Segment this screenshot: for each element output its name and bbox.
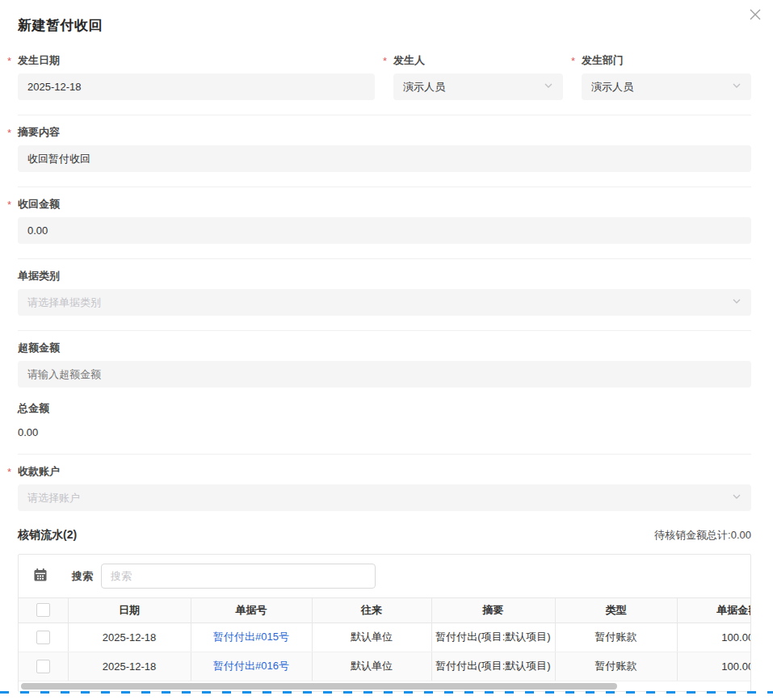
field-occur-person: * 发生人 演示人员: [393, 54, 563, 100]
required-marker: *: [7, 466, 11, 479]
occur-person-label: 发生人: [393, 54, 425, 66]
divider: [18, 330, 751, 331]
occur-person-select[interactable]: 演示人员: [393, 73, 563, 100]
recovery-amount-label: 收回金额: [18, 198, 60, 210]
table-toolbar: 搜索: [19, 555, 750, 597]
receiving-account-placeholder: 请选择账户: [27, 491, 80, 505]
pending-total-text: 待核销金额总计:0.00: [654, 528, 751, 543]
row-checkbox[interactable]: [36, 660, 50, 673]
cell-summary: 暂付付出(项目:默认项目): [431, 622, 555, 652]
field-recovery-amount: * 收回金额: [18, 198, 751, 244]
cell-amount: 100.00: [677, 652, 750, 681]
divider: [18, 115, 751, 115]
calendar-icon[interactable]: [33, 568, 48, 585]
table-header-row: 日期 单据号 往来 摘要 类型 单据金额: [19, 598, 750, 622]
occur-date-input[interactable]: [18, 73, 375, 100]
summary-label: 摘要内容: [18, 126, 60, 138]
chevron-down-icon: [732, 81, 741, 93]
dashed-border-line: [0, 691, 773, 694]
form-row-1: * 发生日期 * 发生人 演示人员 * 发生部门 演示人员: [18, 54, 751, 100]
occur-date-label: 发生日期: [18, 54, 60, 66]
receiving-account-label: 收款账户: [18, 465, 60, 477]
verification-table: 日期 单据号 往来 摘要 类型 单据金额 2025-12-18 暂付付出#015…: [19, 598, 750, 681]
doc-type-label: 单据类别: [18, 270, 60, 282]
field-summary: * 摘要内容: [18, 126, 751, 172]
doc-no-link[interactable]: 暂付付出#015号: [213, 631, 289, 643]
divider: [18, 454, 751, 455]
cell-type: 暂付账款: [555, 652, 677, 681]
col-header-date: 日期: [68, 598, 191, 622]
table-row: 2025-12-18 暂付付出#015号 默认单位 暂付付出(项目:默认项目) …: [19, 622, 750, 652]
cell-date: 2025-12-18: [68, 622, 191, 652]
chevron-down-icon: [544, 81, 553, 93]
horizontal-scrollbar[interactable]: [19, 681, 750, 691]
col-header-doc-no: 单据号: [191, 598, 312, 622]
cell-type: 暂付账款: [555, 622, 677, 652]
col-header-party: 往来: [312, 598, 431, 622]
field-occur-department: * 发生部门 演示人员: [582, 54, 751, 100]
cell-party: 默认单位: [312, 622, 431, 652]
receiving-account-select[interactable]: 请选择账户: [18, 484, 751, 511]
field-receiving-account: * 收款账户 请选择账户: [18, 465, 751, 511]
summary-input[interactable]: [18, 145, 751, 172]
field-occur-date: * 发生日期: [18, 54, 375, 100]
verification-table-card: 搜索 日期 单据号 往来 摘要 类型 单据金额: [18, 554, 751, 692]
table-scroll-area: 日期 单据号 往来 摘要 类型 单据金额 2025-12-18 暂付付出#015…: [19, 597, 750, 681]
total-amount-value: 0.00: [18, 426, 751, 439]
field-total-amount: 总金额 0.00: [18, 402, 751, 439]
spacer: [18, 388, 751, 402]
scrollbar-thumb[interactable]: [21, 683, 617, 690]
required-marker: *: [7, 55, 11, 68]
col-header-amount: 单据金额: [677, 598, 750, 622]
dialog-new-advance-recovery: 新建暂付收回 * 发生日期 * 发生人 演示人员 * 发生部门: [0, 0, 773, 700]
total-amount-label: 总金额: [18, 402, 49, 414]
excess-amount-input[interactable]: [18, 361, 751, 388]
cell-amount: 100.00: [677, 622, 750, 652]
header-checkbox-cell: [19, 598, 68, 622]
recovery-amount-input[interactable]: [18, 217, 751, 244]
row-checkbox[interactable]: [36, 631, 50, 644]
field-doc-type: 单据类别 请选择单据类别: [18, 270, 751, 316]
select-all-checkbox[interactable]: [36, 603, 50, 617]
occur-department-select[interactable]: 演示人员: [582, 73, 751, 100]
occur-department-value: 演示人员: [591, 80, 633, 94]
doc-type-placeholder: 请选择单据类别: [27, 296, 101, 310]
divider: [18, 187, 751, 187]
chevron-down-icon: [732, 296, 741, 308]
required-marker: *: [7, 127, 11, 140]
required-marker: *: [571, 55, 575, 68]
doc-no-link[interactable]: 暂付付出#016号: [213, 660, 289, 672]
dialog-title: 新建暂付收回: [18, 16, 751, 35]
field-excess-amount: 超额金额: [18, 342, 751, 388]
cell-summary: 暂付付出(项目:默认项目): [431, 652, 555, 681]
verification-title: 核销流水(2): [18, 528, 77, 543]
verification-section-header: 核销流水(2) 待核销金额总计:0.00: [18, 528, 751, 543]
chevron-down-icon: [732, 492, 741, 504]
excess-amount-label: 超额金额: [18, 342, 60, 354]
close-icon[interactable]: [746, 6, 764, 23]
col-header-type: 类型: [555, 598, 677, 622]
table-row: 2025-12-18 暂付付出#016号 默认单位 暂付付出(项目:默认项目) …: [19, 652, 750, 681]
doc-type-select[interactable]: 请选择单据类别: [18, 289, 751, 316]
occur-department-label: 发生部门: [582, 54, 624, 66]
search-label: 搜索: [72, 569, 93, 584]
cell-date: 2025-12-18: [68, 652, 191, 681]
occur-person-value: 演示人员: [403, 80, 445, 94]
cell-party: 默认单位: [312, 652, 431, 681]
required-marker: *: [7, 199, 11, 212]
required-marker: *: [383, 55, 387, 68]
col-header-summary: 摘要: [431, 598, 555, 622]
divider: [18, 258, 751, 259]
search-input[interactable]: [101, 564, 376, 589]
